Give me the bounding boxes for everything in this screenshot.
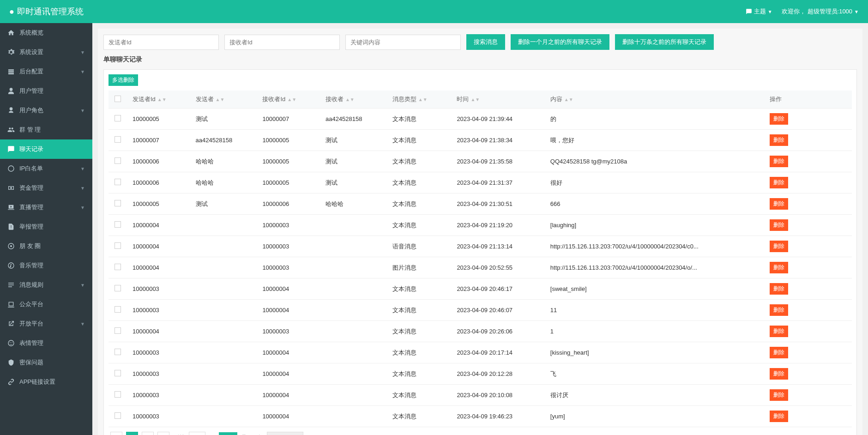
row-checkbox[interactable] xyxy=(115,115,121,121)
user-menu[interactable]: 欢迎你， 超级管理员:1000 ▼ xyxy=(782,7,859,16)
sidebar-item-3[interactable]: 用户管理 xyxy=(0,81,92,101)
delete-row-button[interactable]: 删除 xyxy=(770,134,788,146)
col-sender[interactable]: 发送者▲▼ xyxy=(190,91,257,109)
cell-content: [kissing_heart] xyxy=(545,342,765,363)
cell-receiver xyxy=(320,385,387,406)
delete-row-button[interactable]: 删除 xyxy=(770,326,788,337)
delete-row-button[interactable]: 删除 xyxy=(770,241,788,252)
row-checkbox[interactable] xyxy=(115,200,121,206)
sidebar-item-5[interactable]: 群 管 理 xyxy=(0,120,92,139)
sender-id-input[interactable] xyxy=(103,35,219,50)
page-1[interactable]: 1 xyxy=(126,432,138,435)
row-checkbox[interactable] xyxy=(115,136,121,143)
link-icon xyxy=(7,378,15,386)
cell-content: 飞 xyxy=(545,363,765,385)
theme-label: 主题 xyxy=(754,7,766,16)
delete-row-button[interactable]: 删除 xyxy=(770,347,788,358)
col-content[interactable]: 内容▲▼ xyxy=(545,91,765,109)
delete-row-button[interactable]: 删除 xyxy=(770,283,788,295)
row-checkbox[interactable] xyxy=(115,157,121,164)
receiver-id-input[interactable] xyxy=(224,35,340,50)
sidebar-item-18[interactable]: APP链接设置 xyxy=(0,372,92,392)
caret-down-icon: ▼ xyxy=(80,69,85,74)
cell-receiver xyxy=(320,406,387,427)
goto-confirm-button[interactable]: 确定 xyxy=(219,432,237,435)
chat-bubble-icon xyxy=(746,8,752,15)
sidebar-item-9[interactable]: 直播管理▼ xyxy=(0,198,92,217)
welcome-prefix: 欢迎你， xyxy=(782,7,806,16)
row-checkbox[interactable] xyxy=(115,391,121,398)
keyword-input[interactable] xyxy=(345,35,461,50)
cell-receiver xyxy=(320,278,387,300)
col-receiver[interactable]: 接收者▲▼ xyxy=(320,91,387,109)
page-input[interactable] xyxy=(189,432,205,435)
row-checkbox[interactable] xyxy=(115,179,121,185)
sidebar-item-6[interactable]: 聊天记录 xyxy=(0,139,92,159)
row-checkbox[interactable] xyxy=(115,285,121,291)
cell-receiver-id: 10000004 xyxy=(257,406,320,427)
row-checkbox[interactable] xyxy=(115,327,121,334)
security-icon xyxy=(7,359,15,366)
sidebar-item-12[interactable]: 音乐管理 xyxy=(0,256,92,275)
sort-icon: ▲▼ xyxy=(216,98,225,101)
sidebar-item-8[interactable]: 资金管理▼ xyxy=(0,178,92,198)
sidebar-item-11[interactable]: 朋 友 圈 xyxy=(0,236,92,256)
delete-row-button[interactable]: 删除 xyxy=(770,198,788,210)
cell-time: 2023-04-09 20:52:55 xyxy=(451,257,544,278)
delete-row-button[interactable]: 删除 xyxy=(770,262,788,273)
cell-type: 语音消息 xyxy=(387,236,452,257)
row-checkbox[interactable] xyxy=(115,306,121,313)
row-checkbox[interactable] xyxy=(115,264,121,270)
col-receiver-id[interactable]: 接收者Id▲▼ xyxy=(257,91,320,109)
cell-receiver: 测试 xyxy=(320,151,387,172)
delete-row-button[interactable]: 删除 xyxy=(770,304,788,316)
delete-row-button[interactable]: 删除 xyxy=(770,219,788,231)
sidebar-item-16[interactable]: 表情管理 xyxy=(0,333,92,353)
cell-sender: aa424528158 xyxy=(190,130,257,151)
delete-row-button[interactable]: 删除 xyxy=(770,411,788,422)
cell-time: 2023-04-09 20:10:08 xyxy=(451,385,544,406)
sidebar-item-label: 直播管理 xyxy=(19,203,76,211)
row-checkbox[interactable] xyxy=(115,370,121,376)
search-button[interactable]: 搜索消息 xyxy=(466,34,505,50)
multi-delete-button[interactable]: 多选删除 xyxy=(108,74,138,86)
sidebar-item-label: 音乐管理 xyxy=(19,261,85,270)
cell-action: 删除 xyxy=(764,278,806,300)
sidebar-item-1[interactable]: 系统设置▼ xyxy=(0,42,92,62)
sidebar-item-4[interactable]: 用户角色▼ xyxy=(0,101,92,120)
sidebar-item-7[interactable]: IP白名单▼ xyxy=(0,159,92,178)
theme-switcher[interactable]: 主题 ▼ xyxy=(746,7,772,16)
sidebar-item-17[interactable]: 密保问题 xyxy=(0,353,92,372)
top-header: ● 即时通讯管理系统 主题 ▼ 欢迎你， 超级管理员:1000 ▼ xyxy=(0,0,868,23)
page-prev[interactable]: ‹ xyxy=(110,432,122,435)
sidebar-item-14[interactable]: 公众平台 xyxy=(0,295,92,314)
sidebar-item-15[interactable]: 开放平台▼ xyxy=(0,314,92,333)
sidebar-item-10[interactable]: 举报管理 xyxy=(0,217,92,236)
sidebar-item-2[interactable]: 后台配置▼ xyxy=(0,62,92,81)
sidebar-item-13[interactable]: 消息规则▼ xyxy=(0,275,92,295)
cell-time: 2023-04-09 21:38:34 xyxy=(451,130,544,151)
col-check xyxy=(108,91,127,109)
delete-row-button[interactable]: 删除 xyxy=(770,177,788,188)
row-checkbox[interactable] xyxy=(115,221,121,228)
row-checkbox[interactable] xyxy=(115,412,121,419)
sidebar-item-label: 消息规则 xyxy=(19,281,76,289)
delete-100k-button[interactable]: 删除十万条之前的所有聊天记录 xyxy=(615,34,714,50)
page-next[interactable]: › xyxy=(157,432,169,435)
select-all-checkbox[interactable] xyxy=(115,96,121,102)
row-checkbox[interactable] xyxy=(115,242,121,249)
delete-row-button[interactable]: 删除 xyxy=(770,113,788,125)
sidebar-item-0[interactable]: 系统概览 xyxy=(0,23,92,42)
sidebar-item-label: APP链接设置 xyxy=(19,378,85,386)
col-sender-id[interactable]: 发送者Id▲▼ xyxy=(127,91,190,109)
delete-row-button[interactable]: 删除 xyxy=(770,389,788,401)
col-time[interactable]: 时间▲▼ xyxy=(451,91,544,109)
delete-month-button[interactable]: 删除一个月之前的所有聊天记录 xyxy=(511,34,609,50)
row-checkbox[interactable] xyxy=(115,349,121,355)
page-size-select[interactable]: 15 条/页 xyxy=(267,432,303,435)
delete-row-button[interactable]: 删除 xyxy=(770,156,788,167)
col-type[interactable]: 消息类型▲▼ xyxy=(387,91,452,109)
cell-content: 喂，您好 xyxy=(545,130,765,151)
delete-row-button[interactable]: 删除 xyxy=(770,368,788,380)
page-2[interactable]: 2 xyxy=(142,432,154,435)
